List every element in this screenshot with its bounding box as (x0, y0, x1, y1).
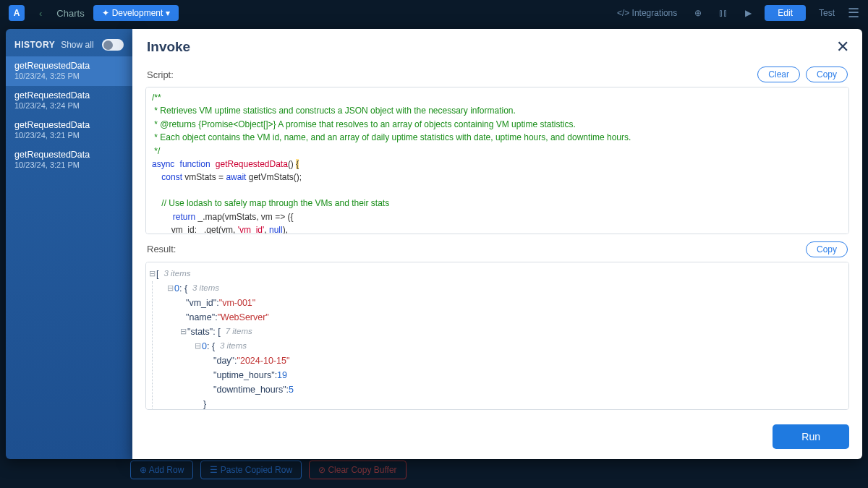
collapse-icon[interactable]: ⊟ (166, 282, 174, 295)
copy-script-button[interactable]: Copy (806, 67, 848, 82)
result-label: Result: (147, 244, 176, 254)
history-sidebar: HISTORY Show all getRequestedData 10/23/… (6, 29, 132, 459)
run-button[interactable]: Run (773, 424, 849, 449)
history-item-time: 10/23/24, 3:25 PM (14, 72, 124, 80)
history-item-time: 10/23/24, 3:21 PM (14, 131, 124, 140)
clear-button[interactable]: Clear (757, 67, 800, 82)
result-viewer[interactable]: ⊟[ 3 items ⊟0 : { 3 items "vm_id" : "vm-… (145, 262, 849, 410)
history-item[interactable]: getRequestedData 10/23/24, 3:25 PM (6, 56, 132, 86)
history-item-name: getRequestedData (14, 150, 124, 160)
history-title: HISTORY (14, 40, 55, 50)
history-item-name: getRequestedData (14, 120, 124, 130)
history-item-name: getRequestedData (14, 61, 124, 71)
script-editor[interactable]: /** * Retrieves VM uptime statistics and… (145, 87, 849, 234)
close-icon[interactable]: ✕ (836, 39, 849, 55)
panel-title: Invoke (147, 39, 190, 55)
collapse-icon[interactable]: ⊟ (179, 325, 187, 338)
show-all-label: Show all (61, 40, 93, 50)
show-all-toggle[interactable] (102, 39, 124, 51)
collapse-icon[interactable]: ⊟ (193, 340, 202, 353)
copy-result-button[interactable]: Copy (806, 241, 848, 257)
invoke-panel: ✕ Invoke Script: Clear Copy /** * Retrie… (132, 29, 862, 459)
history-item[interactable]: getRequestedData 10/23/24, 3:21 PM (6, 116, 132, 145)
collapse-icon[interactable]: ⊟ (148, 267, 156, 281)
history-item[interactable]: getRequestedData 10/23/24, 3:21 PM (6, 145, 132, 175)
history-item-name: getRequestedData (14, 90, 124, 100)
history-item[interactable]: getRequestedData 10/23/24, 3:24 PM (6, 86, 132, 116)
script-label: Script: (147, 69, 174, 80)
history-item-time: 10/23/24, 3:24 PM (14, 101, 124, 110)
history-item-time: 10/23/24, 3:21 PM (14, 160, 124, 169)
